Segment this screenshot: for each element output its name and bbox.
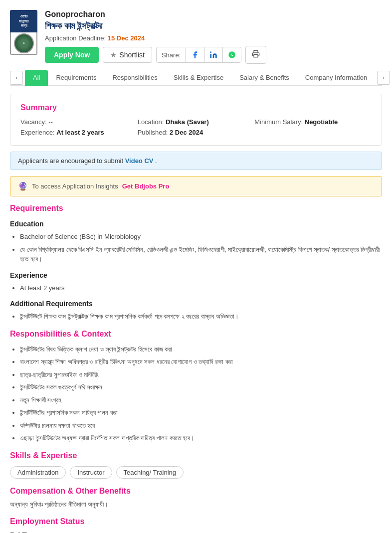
tabs-prev-arrow[interactable]: ‹ [10,71,23,85]
compensation-title: Compensation & Other Benefits [10,487,382,496]
company-info: Gonoprocharon শিক্ষক কাম ইন্সট্রাক্টর Ap… [45,10,382,64]
logo-bottom-emblem: ✦ [10,32,37,55]
deadline-label: Application Deadline: [45,34,106,42]
tab-skills[interactable]: Skills & Expertise [166,70,231,86]
summary-title: Summary [20,103,372,112]
summary-grid: Vacancy: -- Location: Dhaka (Savar) Mini… [20,118,372,136]
vacancy-label: Vacancy: [20,118,47,126]
published-label: Published: [138,129,168,136]
company-name: Gonoprocharon [45,10,382,19]
logo-top-text: দেশেরমানুষেরজন্য [19,14,28,28]
share-whatsapp-button[interactable] [223,47,241,62]
tabs-list: All Requirements Responsibilities Skills… [25,70,375,85]
company-logo-area: দেশেরমানুষেরজন্য ✦ [10,10,37,55]
education-title: Education [10,220,382,228]
share-label: Share: [157,48,186,62]
published-item: Published: 2 Dec 2024 [138,129,255,136]
resp-item-6: ইন্সটিটিউটের প্রশাসনিক সকল দায়িত্ব পালন… [20,408,382,418]
responsibilities-section: Responsibilities & Context ইন্সটিটিউটের … [10,330,382,443]
whatsapp-icon [228,51,236,59]
skills-section: Skills & Expertise Administration Instru… [10,451,382,479]
star-icon: ★ [110,51,117,59]
skill-tag-teaching: Teaching/ Training [116,466,184,479]
video-cv-text-after: . [155,157,157,165]
linkedin-icon [209,51,217,59]
responsibilities-list: ইন্সটিটিউটের বিষয় ভিত্তিক ক্লাশ নেয়া ও… [20,345,382,443]
print-icon [252,50,260,58]
employment-status-value: Full Time [10,530,382,533]
video-cv-text-before: Applicants are encouraged to submit [18,157,123,165]
facebook-icon [191,51,199,59]
skill-tag-administration: Administration [10,466,66,479]
location-value: Dhaka (Savar) [166,118,209,126]
responsibilities-title: Responsibilities & Context [10,330,382,339]
tab-company-info[interactable]: Company Information [297,70,375,86]
education-item-2: যে কোন বিশ্ববিদ্যালয় থেকে বিএসসি ইন ল্য… [20,245,382,264]
min-salary-value: Negotiable [305,118,338,126]
share-facebook-button[interactable] [186,47,204,62]
requirements-section: Requirements Education Bachelor of Scien… [10,204,382,322]
min-salary-label: Minimum Salary: [254,118,303,126]
summary-card: Summary Vacancy: -- Location: Dhaka (Sav… [10,94,382,146]
header-section: দেশেরমানুষেরজন্য ✦ Gonoprocharon শিক্ষক … [10,10,382,64]
requirements-title: Requirements [10,204,382,213]
share-group: Share: [156,47,241,63]
experience-label: Experience: [20,129,55,136]
page-container: দেশেরমানুষেরজন্য ✦ Gonoprocharon শিক্ষক … [0,0,392,533]
education-item-1: Bachelor of Science (BSc) in Microbiolog… [20,232,382,242]
resp-item-8: এছাড়া ইন্সটিটিউটের অধ্যক্ষ দ্বারা নির্দ… [20,433,382,443]
compensation-text: অন্যান্য সুবিধাঃ প্রতিষ্ঠানের নীতিমালা অ… [10,500,382,510]
video-cv-banner: Applicants are encouraged to submit Vide… [10,152,382,170]
resp-item-2: বাংলাদেশ স্বাস্থ্য শিক্ষা অধিদপ্তর ও রাষ… [20,357,382,367]
insights-text: To access Application Insights [32,182,118,190]
experience-item: Experience: At least 2 years [20,129,138,136]
experience-item-1: At least 2 years [20,283,382,293]
skills-title: Skills & Expertise [10,451,382,460]
resp-item-1: ইন্সটিটিউটের বিষয় ভিত্তিক ক্লাশ নেয়া ও… [20,345,382,355]
additional-item-1: ইন্সটিটিউটে শিক্ষক কাম ইন্সট্রাক্টর/ শিক… [20,312,382,322]
experience-value: At least 2 years [56,129,104,136]
print-button[interactable] [245,46,266,64]
shortlist-button[interactable]: ★ Shortlist [103,47,152,63]
shortlist-label: Shortlist [119,51,145,59]
min-salary-item: Minimum Salary: Negotiable [254,118,372,126]
vacancy-value: -- [48,118,53,126]
location-item: Location: Dhaka (Savar) [138,118,255,126]
action-bar: Apply Now ★ Shortlist Share: [45,46,382,64]
tab-salary[interactable]: Salary & Benefits [231,70,297,86]
published-value: 2 Dec 2024 [170,129,203,136]
tab-all[interactable]: All [25,70,48,86]
logo-top-banner: দেশেরমানুষেরজন্য [10,10,37,32]
additional-list: ইন্সটিটিউটে শিক্ষক কাম ইন্সট্রাক্টর/ শিক… [20,312,382,322]
education-list: Bachelor of Science (BSc) in Microbiolog… [20,232,382,264]
resp-item-4: ইন্সটিটিউটের সকল গুরত্বপূর্ণ নথি সংরক্ষন [20,382,382,392]
employment-status-section: Employment Status Full Time [10,517,382,533]
get-bdjobs-pro-link[interactable]: Get Bdjobs Pro [122,182,170,190]
skill-tag-instructor: Instructor [70,466,112,479]
employment-status-title: Employment Status [10,517,382,526]
tabs-next-arrow[interactable]: › [377,71,390,85]
experience-sub-title: Experience [10,271,382,279]
skill-tags: Administration Instructor Teaching/ Trai… [10,466,382,479]
resp-item-7: কম্পিউটার চালনায় দক্ষতা থাকতে হবে [20,421,382,431]
additional-title: Additional Requirements [10,300,382,308]
tab-requirements[interactable]: Requirements [48,70,104,86]
compensation-section: Compensation & Other Benefits অন্যান্য স… [10,487,382,510]
svg-point-0 [229,51,235,58]
vacancy-item: Vacancy: -- [20,118,138,126]
logo-emblem-circle: ✦ [14,33,34,53]
svg-rect-1 [254,54,258,57]
share-linkedin-button[interactable] [204,47,223,62]
insights-banner: 🔮 To access Application Insights Get Bdj… [10,176,382,196]
experience-list: At least 2 years [20,283,382,293]
resp-item-3: ছাত্র-ছাত্রীদের সুপারভাইজ ও মনিটরিং [20,370,382,380]
nav-tabs-container: ‹ All Requirements Responsibilities Skil… [10,70,382,86]
insights-icon: 🔮 [18,181,28,191]
resp-item-5: নতুন শিক্ষার্থী সংগ্রহ [20,395,382,405]
deadline-row: Application Deadline: 15 Dec 2024 [45,34,382,42]
video-cv-link[interactable]: Video CV [125,157,154,165]
deadline-date: 15 Dec 2024 [108,34,145,42]
apply-now-button[interactable]: Apply Now [45,47,99,63]
job-title: শিক্ষক কাম ইন্সট্রাক্টর [45,21,382,31]
tab-responsibilities[interactable]: Responsibilities [104,70,165,86]
